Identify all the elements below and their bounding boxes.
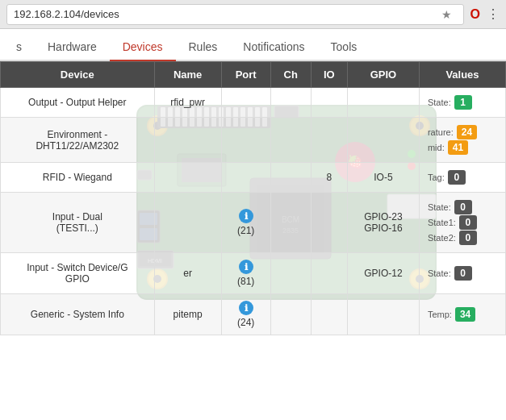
io-cell [311, 253, 347, 294]
value-row: State1: 0 [428, 215, 497, 230]
address-bar[interactable]: 192.168.2.104/devices ★ [6, 4, 464, 25]
value-row: Tag: 0 [428, 170, 497, 185]
devices-table: Device Name Port Ch IO GPIO Values Outpu… [0, 61, 506, 335]
state1-badge: 0 [459, 215, 477, 230]
col-values: Values [419, 62, 505, 88]
values-cell: State: 1 [419, 88, 505, 118]
table-row: Input - Dual(TESTI...) ℹ(21) GPIO-23GPIO… [1, 193, 506, 253]
device-cell: Input - Dual(TESTI...) [1, 193, 155, 253]
value-label: State: [428, 98, 451, 107]
table-row: Environment -DHT11/22/AM2302 rature: 24 … [1, 118, 506, 163]
io-cell [311, 294, 347, 335]
tab-tools[interactable]: Tools [318, 34, 370, 61]
name-cell: rfid_pwr [154, 88, 221, 118]
tab-s[interactable]: s [3, 34, 35, 61]
col-port: Port [221, 62, 270, 88]
ch-cell [270, 118, 311, 163]
col-io: IO [311, 62, 347, 88]
state-badge: 0 [454, 200, 472, 214]
io-cell [311, 118, 347, 163]
bookmark-icon[interactable]: ★ [441, 8, 452, 21]
opera-icon: O [470, 7, 480, 22]
device-cell: RFID - Wiegand [1, 163, 155, 193]
port-cell: ℹ(21) [221, 193, 270, 253]
temp-badge: 34 [455, 307, 475, 322]
value-row: State2: 0 [428, 231, 497, 245]
values-cell: Temp: 34 [419, 294, 505, 335]
browser-menu-icon[interactable]: ⋮ [487, 6, 500, 22]
browser-bar: 192.168.2.104/devices ★ O ⋮ [0, 0, 506, 29]
value-row: State: 1 [428, 95, 497, 110]
port-number: (24) [237, 317, 254, 328]
table-row: Input - Switch Device/GGPIO er ℹ(81) GPI… [1, 253, 506, 294]
device-cell: Input - Switch Device/GGPIO [1, 253, 155, 294]
port-cell: ℹ(24) [221, 294, 270, 335]
values-cell: State: 0 State1: 0 State2: 0 [419, 193, 505, 253]
values-cell: Tag: 0 [419, 163, 505, 193]
gpio-cell [347, 118, 419, 163]
device-cell: Environment -DHT11/22/AM2302 [1, 118, 155, 163]
value-row: State: 0 [428, 200, 497, 214]
io-cell: 8 [311, 163, 347, 193]
value-label: State1: [428, 218, 456, 227]
name-cell: er [154, 253, 221, 294]
value-label: State2: [428, 233, 456, 243]
ch-cell [270, 163, 311, 193]
temperature-badge: 24 [457, 125, 477, 139]
col-ch: Ch [270, 62, 311, 88]
col-device: Device [1, 62, 155, 88]
value-row: rature: 24 [428, 125, 497, 139]
io-cell [311, 193, 347, 253]
port-cell [221, 88, 270, 118]
ch-cell [270, 88, 311, 118]
port-cell [221, 118, 270, 163]
col-gpio: GPIO [347, 62, 419, 88]
value-label: rature: [428, 127, 454, 137]
state2-badge: 0 [459, 231, 477, 245]
info-icon: ℹ [239, 209, 253, 223]
gpio-cell: IO-5 [347, 163, 419, 193]
value-label: Temp: [428, 310, 452, 319]
device-cell: Generic - System Info [1, 294, 155, 335]
table-row: RFID - Wiegand 8 IO-5 Tag: 0 [1, 163, 506, 193]
port-number: (81) [237, 276, 254, 287]
gpio-cell: GPIO-12 [347, 253, 419, 294]
ch-cell [270, 294, 311, 335]
humidity-badge: 41 [448, 140, 468, 155]
ch-cell [270, 193, 311, 253]
value-label: State: [428, 202, 451, 212]
table-row: Generic - System Info pitemp ℹ(24) Temp:… [1, 294, 506, 335]
table-row: Output - Output Helper rfid_pwr State: 1 [1, 88, 506, 118]
state-badge: 0 [454, 266, 472, 281]
info-icon: ℹ [239, 301, 253, 315]
name-cell [154, 193, 221, 253]
port-cell: ℹ(81) [221, 253, 270, 294]
value-label: State: [428, 268, 451, 278]
tab-hardware[interactable]: Hardware [35, 34, 110, 61]
value-label: Tag: [428, 173, 445, 182]
io-cell [311, 88, 347, 118]
name-cell: pitemp [154, 294, 221, 335]
value-row: Temp: 34 [428, 307, 497, 322]
tab-rules[interactable]: Rules [176, 34, 231, 61]
address-text: 192.168.2.104/devices [14, 8, 441, 20]
gpio-cell [347, 294, 419, 335]
tab-notifications[interactable]: Notifications [230, 34, 317, 61]
port-cell [221, 163, 270, 193]
ch-cell [270, 253, 311, 294]
values-cell: rature: 24 mid: 41 [419, 118, 505, 163]
tab-devices[interactable]: Devices [110, 34, 176, 61]
tag-badge: 0 [448, 170, 466, 185]
value-row: State: 0 [428, 266, 497, 281]
port-number: (21) [237, 225, 254, 236]
nav-tabs: s Hardware Devices Rules Notifications T… [0, 29, 506, 61]
value-row: mid: 41 [428, 140, 497, 155]
gpio-cell [347, 88, 419, 118]
device-cell: Output - Output Helper [1, 88, 155, 118]
name-cell [154, 118, 221, 163]
values-cell: State: 0 [419, 253, 505, 294]
state-badge: 1 [454, 95, 472, 110]
name-cell [154, 163, 221, 193]
gpio-cell: GPIO-23GPIO-16 [347, 193, 419, 253]
info-icon: ℹ [239, 260, 253, 274]
